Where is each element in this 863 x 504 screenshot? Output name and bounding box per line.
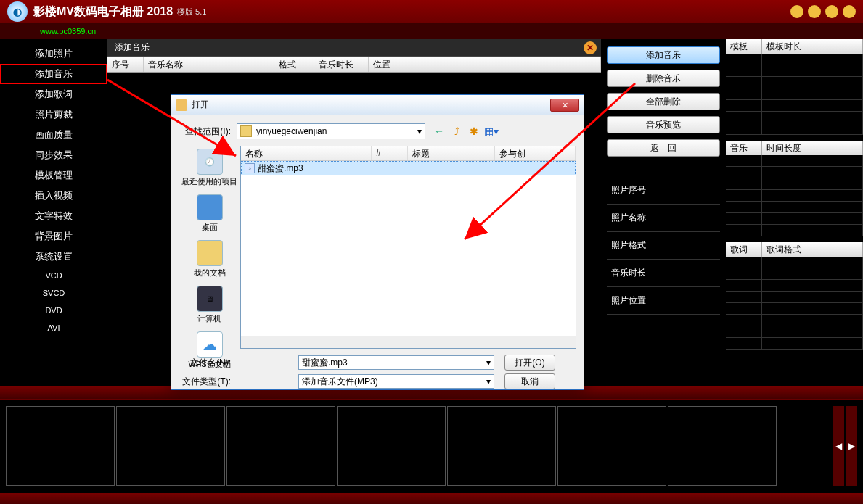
sidebar-item-crop[interactable]: 照片剪裁	[0, 104, 107, 125]
info-photo-format: 照片格式	[607, 232, 720, 260]
sidebar-item-add-photo[interactable]: 添加照片	[0, 44, 107, 64]
t2-col1: 音乐	[726, 141, 762, 155]
chevron-down-icon: ▾	[486, 376, 491, 387]
watermark-strip: www.pc0359.cn	[0, 23, 863, 39]
home-button[interactable]	[808, 5, 821, 18]
chevron-down-icon: ▾	[486, 358, 491, 368]
music-tab-title: 添加音乐	[115, 41, 150, 54]
computer-icon: 🖥	[197, 286, 223, 312]
filecol-title[interactable]: 标题	[408, 146, 495, 160]
place-desktop[interactable]: 桌面	[197, 194, 223, 233]
filecol-name[interactable]: 名称	[241, 146, 372, 160]
filename-value: 甜蜜蜜.mp3	[302, 357, 348, 369]
t1-col1: 模板	[726, 39, 762, 54]
app-title: 影楼MV数码电子相册 2018	[33, 4, 173, 20]
thumbnail-slot[interactable]	[6, 406, 115, 486]
t2-col2: 时间长度	[762, 141, 863, 155]
horizontal-scrollbar[interactable]	[241, 336, 576, 348]
col-format: 格式	[274, 57, 314, 72]
sidebar-item-background[interactable]: 背景图片	[0, 226, 107, 247]
file-row-name: 甜蜜蜜.mp3	[258, 162, 303, 175]
window-close-button[interactable]	[843, 5, 856, 18]
thumbnail-slot[interactable]	[337, 406, 446, 486]
sidebar: 添加照片 添加音乐 添加歌词 照片剪裁 画面质量 同步效果 模板管理 插入视频 …	[0, 39, 107, 386]
recent-icon: 🕗	[197, 149, 223, 175]
music-list-header: 序号 音乐名称 格式 音乐时长 位置	[107, 57, 601, 73]
sidebar-item-insert-video[interactable]: 插入视频	[0, 186, 107, 206]
folder-open-icon	[176, 99, 187, 111]
info-block: 照片序号 照片名称 照片格式 音乐时长 照片位置	[607, 177, 720, 315]
sidebar-item-templates[interactable]: 模板管理	[0, 165, 107, 186]
file-row[interactable]: ♪ 甜蜜蜜.mp3	[241, 161, 576, 175]
sidebar-item-settings[interactable]: 系统设置	[0, 247, 107, 267]
nav-up-icon[interactable]: ⤴	[450, 125, 463, 138]
range-label: 查找范围(I):	[179, 125, 237, 138]
remove-all-button[interactable]: 全部删除	[607, 93, 720, 110]
watermark-text: www.pc0359.cn	[40, 27, 96, 36]
sidebar-item-text-fx[interactable]: 文字特效	[0, 206, 107, 226]
cloud-icon: ☁	[197, 331, 223, 358]
info-photo-name: 照片名称	[607, 205, 720, 232]
sidebar-item-sync[interactable]: 同步效果	[0, 145, 107, 165]
t1-col2: 模板时长	[762, 39, 863, 54]
file-list[interactable]: ♪ 甜蜜蜜.mp3	[241, 161, 576, 336]
dialog-titlebar[interactable]: 打开 ✕	[171, 95, 584, 115]
sidebar-item-vcd[interactable]: VCD	[0, 267, 107, 284]
sidebar-item-add-music[interactable]: 添加音乐	[0, 64, 107, 84]
open-button[interactable]: 打开(O)	[504, 355, 555, 371]
dialog-close-button[interactable]: ✕	[550, 99, 579, 112]
lookIn-select[interactable]: yinyuegeciwenjian ▾	[237, 123, 425, 139]
thumbnail-strip: ◀ ▶	[0, 399, 863, 493]
cancel-button[interactable]: 取消	[504, 373, 555, 389]
chevron-down-icon: ▾	[417, 126, 422, 136]
sidebar-item-dvd[interactable]: DVD	[0, 302, 107, 319]
nav-back-icon[interactable]: ←	[433, 125, 446, 138]
file-open-dialog: 打开 ✕ 查找范围(I): yinyuegeciwenjian ▾ ← ⤴ ✱ …	[171, 94, 584, 390]
places-bar: 🕗最近使用的项目 桌面 我的文档 🖥计算机 ☁WPS云文档	[179, 146, 240, 349]
sidebar-item-svcd[interactable]: SVCD	[0, 284, 107, 302]
nav-view-icon[interactable]: ▦▾	[485, 125, 498, 138]
place-computer[interactable]: 🖥计算机	[197, 286, 223, 324]
lookIn-value: yinyuegeciwenjian	[256, 126, 327, 136]
t3-col1: 歌词	[726, 242, 762, 257]
sidebar-item-quality[interactable]: 画面质量	[0, 125, 107, 145]
filecol-num[interactable]: #	[372, 146, 408, 160]
tab-close-button[interactable]: ✕	[584, 41, 597, 54]
filetype-select[interactable]: 添加音乐文件(MP3) ▾	[298, 374, 494, 389]
minimize-button[interactable]	[790, 5, 803, 18]
filetype-value: 添加音乐文件(MP3)	[302, 376, 378, 388]
dialog-title: 打开	[192, 99, 209, 111]
filename-label: 文件名(N):	[179, 357, 237, 369]
sidebar-item-avi[interactable]: AVI	[0, 319, 107, 336]
nav-newfolder-icon[interactable]: ✱	[467, 125, 480, 138]
preview-music-button[interactable]: 音乐预览	[607, 116, 720, 133]
thumb-scroll-left[interactable]: ◀	[833, 406, 844, 486]
place-desktop-label: 桌面	[202, 222, 218, 233]
misc-tables: 模板 模板时长 音乐 时间长度	[726, 39, 863, 386]
place-recent[interactable]: 🕗最近使用的项目	[181, 149, 237, 187]
sidebar-item-add-lyrics[interactable]: 添加歌词	[0, 84, 107, 104]
app-version: 楼版 5.1	[177, 7, 206, 17]
place-mydocs-label: 我的文档	[194, 268, 226, 278]
thumbnail-slot[interactable]	[226, 406, 335, 486]
mydocs-icon	[197, 240, 223, 266]
thumbnail-slot[interactable]	[668, 406, 777, 486]
thumbnail-slot[interactable]	[447, 406, 556, 486]
remove-music-button[interactable]: 删除音乐	[607, 70, 720, 87]
menu-button[interactable]	[825, 5, 838, 18]
desktop-icon	[197, 194, 223, 220]
filename-input[interactable]: 甜蜜蜜.mp3 ▾	[298, 355, 494, 370]
thumb-scroll-right[interactable]: ▶	[846, 406, 857, 486]
filecol-artist[interactable]: 参与创	[495, 146, 576, 160]
thumbnail-slot[interactable]	[557, 406, 666, 486]
folder-icon	[240, 125, 252, 137]
app-logo: ◐	[7, 1, 28, 22]
place-computer-label: 计算机	[197, 313, 221, 324]
col-name: 音乐名称	[144, 57, 274, 72]
place-mydocs[interactable]: 我的文档	[194, 240, 226, 278]
music-tab-strip: 添加音乐 ✕	[107, 39, 601, 57]
back-button[interactable]: 返 回	[607, 139, 720, 157]
t3-col2: 歌词格式	[762, 242, 863, 257]
thumbnail-slot[interactable]	[116, 406, 225, 486]
add-music-button[interactable]: 添加音乐	[607, 46, 720, 64]
